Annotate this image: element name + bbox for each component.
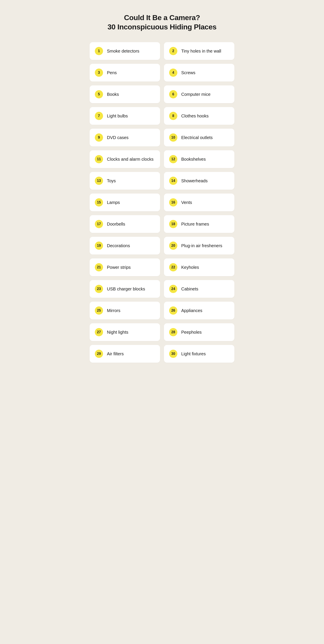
list-item: 7Light bulbs [90, 107, 160, 125]
number-badge: 8 [169, 112, 177, 120]
item-label: Screws [181, 70, 195, 76]
list-item: 8Clothes hooks [164, 107, 234, 125]
list-item: 17Doorbells [90, 215, 160, 233]
item-label: Light fixtures [181, 351, 206, 356]
list-item: 5Books [90, 86, 160, 103]
number-badge: 15 [95, 198, 103, 206]
number-badge: 24 [169, 285, 177, 293]
page-title: Could It Be a Camera? 30 Inconspicuous H… [90, 13, 234, 31]
list-item: 15Lamps [90, 194, 160, 211]
list-item: 30Light fixtures [164, 345, 234, 363]
item-label: Decorations [107, 243, 130, 248]
number-badge: 1 [95, 47, 103, 55]
list-item: 12Bookshelves [164, 150, 234, 168]
list-item: 23USB charger blocks [90, 280, 160, 298]
number-badge: 29 [95, 350, 103, 358]
item-label: Keyholes [181, 264, 199, 270]
list-item: 1Smoke detectors [90, 42, 160, 60]
list-item: 24Cabinets [164, 280, 234, 298]
item-label: Picture frames [181, 221, 209, 227]
list-item: 4Screws [164, 64, 234, 82]
number-badge: 26 [169, 306, 177, 315]
number-badge: 19 [95, 242, 103, 250]
number-badge: 11 [95, 155, 103, 163]
item-label: Smoke detectors [107, 48, 139, 54]
list-item: 22Keyholes [164, 258, 234, 276]
item-label: Electrical outlets [181, 135, 213, 140]
item-label: Night lights [107, 329, 128, 335]
number-badge: 13 [95, 177, 103, 185]
list-item: 21Power strips [90, 258, 160, 276]
number-badge: 7 [95, 112, 103, 120]
list-item: 9DVD cases [90, 129, 160, 146]
list-item: 28Peepholes [164, 323, 234, 341]
item-label: Vents [181, 200, 192, 205]
item-label: Peepholes [181, 329, 202, 335]
number-badge: 18 [169, 220, 177, 228]
number-badge: 12 [169, 155, 177, 163]
number-badge: 9 [95, 134, 103, 142]
item-label: DVD cases [107, 135, 129, 140]
item-label: Plug-in air fresheners [181, 243, 222, 248]
list-item: 18Picture frames [164, 215, 234, 233]
number-badge: 16 [169, 198, 177, 206]
item-label: Toys [107, 178, 116, 184]
list-item: 6Computer mice [164, 86, 234, 103]
list-item: 25Mirrors [90, 302, 160, 320]
item-label: Mirrors [107, 308, 120, 313]
number-badge: 17 [95, 220, 103, 228]
item-label: Clothes hooks [181, 113, 209, 119]
list-item: 14Showerheads [164, 172, 234, 190]
number-badge: 23 [95, 285, 103, 293]
item-label: Books [107, 92, 119, 97]
list-item: 10Electrical outlets [164, 129, 234, 146]
list-item: 2Tiny holes in the wall [164, 42, 234, 60]
number-badge: 25 [95, 306, 103, 315]
list-item: 19Decorations [90, 237, 160, 254]
item-label: Computer mice [181, 92, 211, 97]
list-item: 11Clocks and alarm clocks [90, 150, 160, 168]
number-badge: 20 [169, 242, 177, 250]
number-badge: 5 [95, 90, 103, 98]
item-label: Cabinets [181, 286, 198, 292]
item-label: Tiny holes in the wall [181, 48, 221, 54]
item-label: Air filters [107, 351, 124, 356]
number-badge: 28 [169, 328, 177, 336]
list-item: 27Night lights [90, 323, 160, 341]
item-label: Appliances [181, 308, 202, 313]
number-badge: 21 [95, 263, 103, 272]
number-badge: 14 [169, 177, 177, 185]
number-badge: 22 [169, 263, 177, 272]
list-item: 16Vents [164, 194, 234, 211]
item-label: Lamps [107, 200, 120, 205]
item-label: Doorbells [107, 221, 125, 227]
list-item: 13Toys [90, 172, 160, 190]
items-grid: 1Smoke detectors2Tiny holes in the wall3… [90, 42, 234, 363]
number-badge: 4 [169, 68, 177, 77]
item-label: Clocks and alarm clocks [107, 156, 154, 162]
page-container: Could It Be a Camera? 30 Inconspicuous H… [81, 0, 243, 380]
item-label: Showerheads [181, 178, 208, 184]
number-badge: 30 [169, 350, 177, 358]
item-label: USB charger blocks [107, 286, 145, 292]
number-badge: 6 [169, 90, 177, 98]
item-label: Bookshelves [181, 156, 206, 162]
item-label: Light bulbs [107, 113, 128, 119]
number-badge: 10 [169, 134, 177, 142]
list-item: 29Air filters [90, 345, 160, 363]
number-badge: 27 [95, 328, 103, 336]
number-badge: 3 [95, 68, 103, 77]
list-item: 3Pens [90, 64, 160, 82]
number-badge: 2 [169, 47, 177, 55]
item-label: Pens [107, 70, 117, 76]
list-item: 26Appliances [164, 302, 234, 320]
list-item: 20Plug-in air fresheners [164, 237, 234, 254]
item-label: Power strips [107, 264, 131, 270]
